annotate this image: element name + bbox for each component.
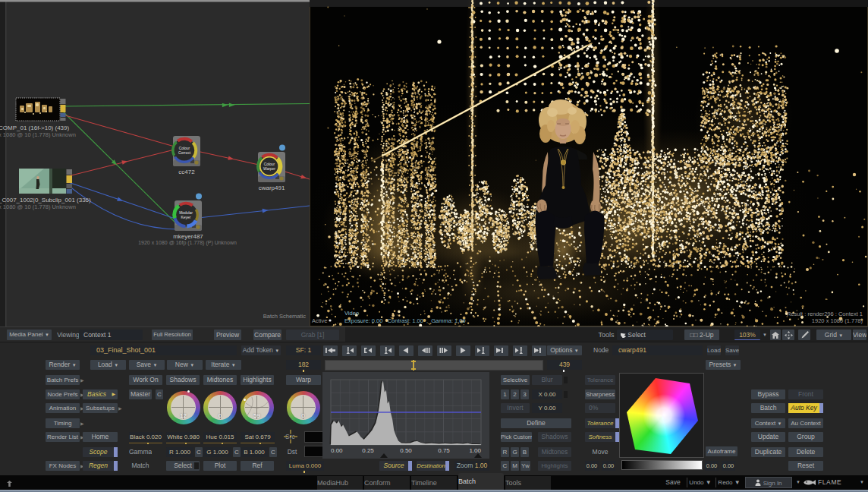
svg-text:1920 x 1080 (1.778): 1920 x 1080 (1.778) (812, 317, 863, 324)
svg-text:Video: Video (344, 310, 359, 317)
svg-text:mkeyer487: mkeyer487 (173, 233, 203, 240)
svg-text:x 1080 @ 10 (1.778) Unknown: x 1080 @ 10 (1.778) Unknown (0, 203, 76, 210)
svg-text:COMP_01 (16f->10) (439): COMP_01 (16f->10) (439) (0, 125, 69, 131)
svg-text:1920 x 1080 @ 16fp (1.778) (P): 1920 x 1080 @ 16fp (1.778) (P) Unknown (138, 240, 237, 246)
svg-text:Batch Schematic: Batch Schematic (263, 313, 307, 320)
svg-text:Active: Active (312, 317, 327, 324)
svg-text:0.25: 0.25 (362, 447, 374, 454)
svg-text:x 1080 @ 10 (1.778) Unknown: x 1080 @ 10 (1.778) Unknown (0, 131, 76, 138)
svg-text:Colour: Colour (179, 147, 190, 150)
svg-text:_C007_1002|0_Subclip_001 (336): _C007_1002|0_Subclip_001 (336) (0, 197, 91, 203)
svg-text:1.00: 1.00 (469, 447, 481, 454)
svg-text:Warper: Warper (263, 167, 275, 171)
svg-text:0.50: 0.50 (400, 447, 412, 454)
svg-text:0.75: 0.75 (438, 447, 450, 454)
svg-text:Result : render296 : Context 1: Result : render296 : Context 1 (787, 311, 863, 317)
svg-text:Correct: Correct (178, 151, 191, 155)
svg-text:Exposure: 0.00 Contrast: 1.0: Exposure: 0.00 Contrast: 1.00 , Gamma: 1… (344, 317, 466, 324)
svg-text:Colour: Colour (264, 162, 275, 166)
svg-text:0.00: 0.00 (331, 447, 343, 454)
svg-text:cc472: cc472 (178, 169, 195, 175)
svg-text:Keyer: Keyer (181, 216, 191, 219)
svg-text:Modular: Modular (179, 211, 193, 215)
svg-text:cwarp491: cwarp491 (259, 184, 285, 191)
